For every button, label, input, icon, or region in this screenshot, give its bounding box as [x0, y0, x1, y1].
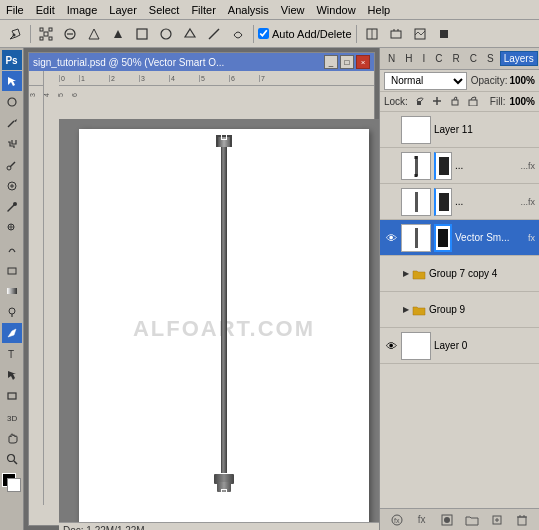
tool-dodge[interactable] — [2, 302, 22, 322]
canvas-content[interactable]: ALFOART.COM — [59, 119, 379, 530]
layer-name-group9: Group 9 — [429, 304, 535, 315]
tool-spot-heal[interactable] — [2, 176, 22, 196]
add-anchor-tool[interactable] — [35, 23, 57, 45]
footer-new-layer-btn[interactable] — [488, 512, 506, 528]
tool-brush[interactable] — [2, 197, 22, 217]
lock-all-btn[interactable] — [448, 94, 462, 110]
auto-add-delete-input[interactable] — [258, 28, 269, 39]
group-arrow-group7copy4[interactable]: ▶ — [403, 269, 409, 278]
ruler-tick-6: 6 — [229, 75, 259, 82]
delete-anchor-tool[interactable] — [59, 23, 81, 45]
menu-analysis[interactable]: Analysis — [222, 2, 275, 18]
lock-pixels-btn[interactable] — [412, 94, 426, 110]
tool-crop[interactable] — [2, 134, 22, 154]
tab-c2[interactable]: C — [466, 51, 481, 66]
tool-hand[interactable] — [2, 428, 22, 448]
tab-layers[interactable]: Layers — [500, 51, 538, 66]
tab-i[interactable]: I — [418, 51, 429, 66]
group-arrow-group9[interactable]: ▶ — [403, 305, 409, 314]
shape-tool-poly[interactable] — [179, 23, 201, 45]
doc-minimize-btn[interactable]: _ — [324, 55, 338, 69]
layer-item-vector-sm[interactable]: 👁 Vector Sm... fx — [380, 220, 539, 256]
footer-fx-btn[interactable]: fx — [413, 512, 431, 528]
mask-content-fx1 — [439, 157, 449, 175]
tab-r[interactable]: R — [448, 51, 463, 66]
layer-visibility-layer11[interactable] — [384, 123, 398, 137]
tool-eraser[interactable] — [2, 260, 22, 280]
menu-image[interactable]: Image — [61, 2, 104, 18]
menu-layer[interactable]: Layer — [103, 2, 143, 18]
tab-h[interactable]: H — [401, 51, 416, 66]
tab-c[interactable]: C — [431, 51, 446, 66]
svg-point-41 — [7, 455, 14, 462]
auto-add-delete-checkbox[interactable]: Auto Add/Delete — [258, 28, 352, 40]
doc-maximize-btn[interactable]: □ — [340, 55, 354, 69]
shape-tool-rect[interactable] — [131, 23, 153, 45]
svg-rect-55 — [518, 517, 526, 525]
separator-3 — [356, 25, 357, 43]
tool-type[interactable]: T — [2, 344, 22, 364]
menu-file[interactable]: File — [0, 2, 30, 18]
shape-tool-custom[interactable] — [227, 23, 249, 45]
background-color[interactable] — [7, 478, 21, 492]
footer-folder-btn[interactable] — [463, 512, 481, 528]
tool-path-selection[interactable] — [2, 365, 22, 385]
document-window: sign_tutorial.psd @ 50% (Vector Smart O.… — [28, 52, 375, 526]
tool-rectangle[interactable] — [2, 386, 22, 406]
footer-link-btn[interactable]: fx — [388, 512, 406, 528]
tool-eyedropper[interactable] — [2, 155, 22, 175]
thumb-dot-top-fx1 — [415, 156, 418, 159]
shape-tool-line[interactable] — [203, 23, 225, 45]
layer-visibility-vector-sm[interactable]: 👁 — [384, 231, 398, 245]
tool-pen[interactable] — [2, 323, 22, 343]
path-select-tool[interactable] — [107, 23, 129, 45]
layer-item-group9[interactable]: ▶ Group 9 — [380, 292, 539, 328]
doc-close-btn[interactable]: × — [356, 55, 370, 69]
menu-window[interactable]: Window — [310, 2, 361, 18]
toolbar-extra-2[interactable] — [385, 23, 407, 45]
tab-s[interactable]: S — [483, 51, 498, 66]
toolbar-extra-1[interactable] — [361, 23, 383, 45]
layer-visibility-group7copy4[interactable] — [384, 267, 398, 281]
tool-zoom[interactable] — [2, 449, 22, 469]
tool-lasso[interactable] — [2, 92, 22, 112]
layer-visibility-fx1[interactable] — [384, 159, 398, 173]
menu-filter[interactable]: Filter — [185, 2, 221, 18]
tool-3d[interactable]: 3D — [2, 407, 22, 427]
menu-edit[interactable]: Edit — [30, 2, 61, 18]
layer-visibility-layer0[interactable]: 👁 — [384, 339, 398, 353]
tool-gradient[interactable] — [2, 281, 22, 301]
tool-history-brush[interactable] — [2, 239, 22, 259]
layer-item-group7copy4[interactable]: ▶ Group 7 copy 4 — [380, 256, 539, 292]
lock-position-btn[interactable] — [430, 94, 444, 110]
layer-visibility-fx2[interactable] — [384, 195, 398, 209]
tool-clone-stamp[interactable] — [2, 218, 22, 238]
color-boxes[interactable] — [2, 473, 22, 493]
layer-visibility-group9[interactable] — [384, 303, 398, 317]
lock-lock-btn[interactable] — [466, 94, 480, 110]
tab-n[interactable]: N — [384, 51, 399, 66]
layer-thumb-vector-sm — [401, 224, 431, 252]
tool-magic-wand[interactable] — [2, 113, 22, 133]
footer-delete-btn[interactable] — [513, 512, 531, 528]
layer-mask-fx2 — [434, 188, 452, 216]
footer-mask-btn[interactable] — [438, 512, 456, 528]
menu-select[interactable]: Select — [143, 2, 186, 18]
menu-view[interactable]: View — [275, 2, 311, 18]
toolbar-extra-4[interactable] — [433, 23, 455, 45]
pen-tool-select[interactable] — [4, 23, 26, 45]
layer-item-layer0[interactable]: 👁 Layer 0 — [380, 328, 539, 364]
blend-mode-select[interactable]: Normal Multiply Screen Overlay — [384, 72, 467, 90]
toolbar-extra-3[interactable] — [409, 23, 431, 45]
shape-tool-ellipse[interactable] — [155, 23, 177, 45]
layer-item-fx1[interactable]: ... ...fx — [380, 148, 539, 184]
layer-item-fx2[interactable]: ... ...fx — [380, 184, 539, 220]
main-layout: Ps — [0, 48, 539, 530]
ruler-corner — [29, 71, 44, 86]
svg-marker-20 — [8, 77, 16, 86]
lock-row: Lock: Fill: 100% — [380, 92, 539, 112]
menu-help[interactable]: Help — [362, 2, 397, 18]
layer-item-layer11[interactable]: Layer 11 — [380, 112, 539, 148]
convert-point-tool[interactable] — [83, 23, 105, 45]
tool-arrow[interactable] — [2, 71, 22, 91]
